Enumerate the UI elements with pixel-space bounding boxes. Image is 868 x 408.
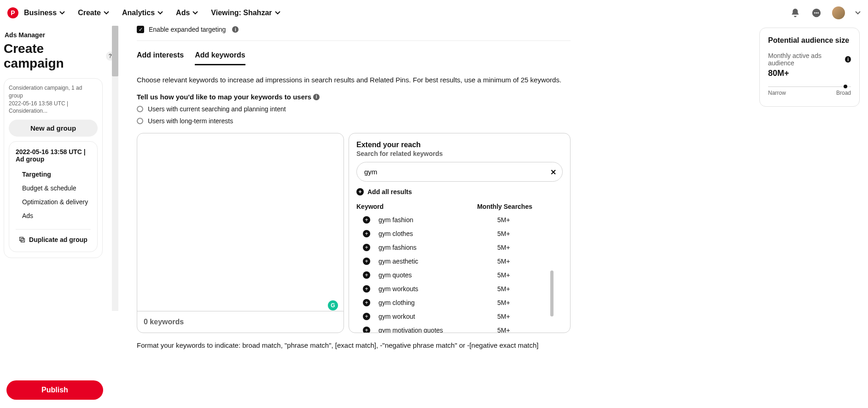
nav-targeting[interactable]: Targeting xyxy=(16,167,91,181)
duplicate-icon xyxy=(19,236,25,243)
nav-ads[interactable]: Ads xyxy=(176,9,198,17)
radio-searching-intent[interactable]: Users with current searching and plannin… xyxy=(137,105,571,113)
chat-icon[interactable] xyxy=(811,7,822,18)
keyword-row: +gym fashions5M+ xyxy=(356,241,563,254)
add-keyword-button[interactable]: + xyxy=(363,244,370,251)
tab-add-interests[interactable]: Add interests xyxy=(137,51,184,65)
add-keyword-button[interactable]: + xyxy=(363,230,370,237)
nav-label: Business xyxy=(24,9,57,17)
new-ad-group-button[interactable]: New ad group xyxy=(9,120,98,137)
keyword-count: 5M+ xyxy=(497,313,510,320)
keywords-count: 0 keywords xyxy=(137,311,344,333)
keyword-count: 5M+ xyxy=(497,271,510,279)
expanded-targeting-checkbox[interactable]: ✓ xyxy=(137,26,144,33)
col-searches: Monthly Searches xyxy=(477,203,532,210)
duplicate-ad-group-button[interactable]: Duplicate ad group xyxy=(16,229,91,243)
info-icon[interactable]: i xyxy=(845,56,851,63)
campaign-card: Consideration campaign, 1 ad group 2022-… xyxy=(4,78,103,258)
keywords-split: G 0 keywords Extend your reach Search fo… xyxy=(137,133,571,333)
nav-optimization[interactable]: Optimization & delivery xyxy=(16,195,91,209)
ad-group-title: 2022-05-16 13:58 UTC | Ad group xyxy=(16,148,91,163)
top-nav: Business Create Analytics Ads Viewing: S… xyxy=(24,9,280,17)
nav-create[interactable]: Create xyxy=(78,9,109,17)
keyword-name: gym fashions xyxy=(379,244,489,251)
right-column: Potential audience size Monthly active a… xyxy=(759,26,868,377)
viewing-label: Viewing: Shahzar xyxy=(211,9,272,17)
clear-icon[interactable]: ✕ xyxy=(550,167,556,176)
slider-dot xyxy=(844,85,847,88)
keyword-count: 5M+ xyxy=(497,244,510,251)
add-keyword-button[interactable]: + xyxy=(363,271,370,279)
expanded-targeting-label: Enable expanded targeting xyxy=(149,26,226,33)
radio-label: Users with long-term interests xyxy=(148,117,233,125)
add-keyword-button[interactable]: + xyxy=(363,258,370,265)
keyword-count: 5M+ xyxy=(497,258,510,265)
keyword-name: gym fashion xyxy=(379,216,489,224)
add-keyword-button[interactable]: + xyxy=(363,216,370,224)
add-keyword-button[interactable]: + xyxy=(363,285,370,293)
nav-label: Analytics xyxy=(122,9,155,17)
extend-subtitle: Search for related keywords xyxy=(356,150,563,157)
keyword-table-header: Keyword Monthly Searches xyxy=(356,203,563,210)
svg-rect-4 xyxy=(20,237,23,241)
svg-point-2 xyxy=(816,12,817,13)
extend-reach-panel: Extend your reach Search for related key… xyxy=(349,133,571,333)
audience-card: Potential audience size Monthly active a… xyxy=(759,28,860,107)
keywords-description: Choose relevant keywords to increase ad … xyxy=(137,76,571,84)
info-icon[interactable]: i xyxy=(232,26,239,33)
svg-point-3 xyxy=(817,12,819,13)
pinterest-logo[interactable]: P xyxy=(7,7,18,18)
avatar[interactable] xyxy=(832,6,845,19)
nav-ads[interactable]: Ads xyxy=(16,209,91,223)
nav-viewing[interactable]: Viewing: Shahzar xyxy=(211,9,280,17)
keyword-search-input[interactable] xyxy=(356,162,563,182)
chevron-down-icon xyxy=(275,10,280,16)
svg-rect-5 xyxy=(21,239,25,242)
info-icon[interactable]: i xyxy=(313,94,320,100)
grammarly-icon[interactable]: G xyxy=(328,300,338,310)
keyword-row: +gym aesthetic5M+ xyxy=(356,254,563,268)
radio-longterm-interests[interactable]: Users with long-term interests xyxy=(137,117,571,125)
nav-analytics[interactable]: Analytics xyxy=(122,9,163,17)
keyword-row: +gym motivation quotes5M+ xyxy=(356,323,563,333)
chevron-down-icon xyxy=(157,10,163,16)
keyword-row: +gym workout5M+ xyxy=(356,310,563,323)
section-label: Ads Manager xyxy=(4,31,115,39)
add-keyword-button[interactable]: + xyxy=(363,327,370,333)
selected-keywords-panel: G 0 keywords xyxy=(137,133,344,333)
add-keyword-button[interactable]: + xyxy=(363,299,370,306)
tab-add-keywords[interactable]: Add keywords xyxy=(195,51,245,65)
mapping-question-text: Tell us how you'd like to map your keywo… xyxy=(137,93,311,101)
keyword-count: 5M+ xyxy=(497,299,510,306)
tabs: Add interests Add keywords xyxy=(137,51,571,66)
slider-narrow-label: Narrow xyxy=(768,90,786,96)
scrollbar-thumb[interactable] xyxy=(112,26,118,76)
nav-label: Ads xyxy=(176,9,190,17)
svg-point-1 xyxy=(814,12,816,13)
keyword-row: +gym fashion5M+ xyxy=(356,213,563,227)
keyword-row: +gym clothing5M+ xyxy=(356,296,563,310)
top-bar: P Business Create Analytics Ads Viewing:… xyxy=(0,0,868,26)
radio-icon xyxy=(137,106,143,112)
chevron-down-icon[interactable] xyxy=(855,10,861,16)
keyword-name: gym workout xyxy=(379,313,489,320)
slider-broad-label: Broad xyxy=(836,90,851,96)
nav-business[interactable]: Business xyxy=(24,9,65,17)
duplicate-label: Duplicate ad group xyxy=(29,236,87,243)
add-keyword-button[interactable]: + xyxy=(363,313,370,320)
scrollbar-thumb[interactable] xyxy=(550,270,553,316)
extend-title: Extend your reach xyxy=(356,141,563,149)
keyword-name: gym workouts xyxy=(379,285,489,293)
scrollbar-track[interactable] xyxy=(112,26,118,311)
page-title: Create campaign ? xyxy=(4,41,115,71)
add-all-results-button[interactable]: + Add all results xyxy=(356,188,563,195)
nav-budget[interactable]: Budget & schedule xyxy=(16,181,91,195)
keyword-row: +gym clothes5M+ xyxy=(356,227,563,241)
sidebar: Ads Manager Create campaign ? Considerat… xyxy=(0,26,118,377)
bell-icon[interactable] xyxy=(790,7,801,18)
expanded-targeting-row: ✓ Enable expanded targeting i xyxy=(137,26,571,41)
keyword-count: 5M+ xyxy=(497,216,510,224)
slider-labels: Narrow Broad xyxy=(768,90,851,96)
ad-group-card: 2022-05-16 13:58 UTC | Ad group Targetin… xyxy=(9,141,98,252)
campaign-meta-line1: Consideration campaign, 1 ad group xyxy=(9,84,98,100)
